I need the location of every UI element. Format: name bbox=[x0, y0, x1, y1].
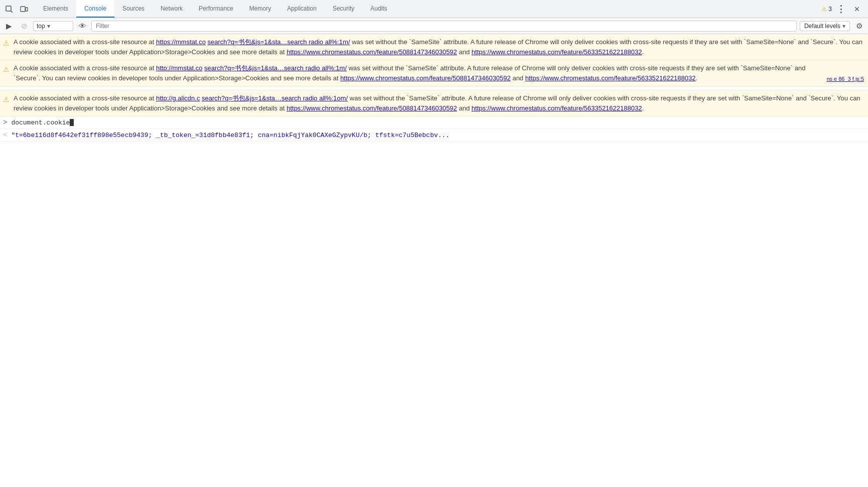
warning-icon: ⚠ bbox=[821, 6, 827, 13]
link-chromestatus-2b[interactable]: https://www.chromestatus.com/feature/563… bbox=[525, 74, 696, 82]
svg-rect-2 bbox=[21, 7, 25, 12]
link-chromestatus-1b[interactable]: https://www.chromestatus.com/feature/563… bbox=[472, 48, 642, 56]
warning-message-2: ⚠ A cookie associated with a cross-site … bbox=[0, 60, 868, 86]
tab-audits[interactable]: Audits bbox=[362, 0, 395, 18]
close-devtools-button[interactable]: ✕ bbox=[850, 2, 864, 16]
console-input-text: document.cookie bbox=[11, 119, 70, 127]
tab-console[interactable]: Console bbox=[76, 0, 114, 18]
message-source-2: ns e 86_3 f.js:5 bbox=[826, 75, 864, 83]
svg-rect-0 bbox=[6, 6, 11, 11]
chevron-down-icon-level: ▾ bbox=[842, 23, 845, 30]
message-content-2: A cookie associated with a cross-site re… bbox=[14, 63, 822, 83]
console-settings-button[interactable]: ⚙ bbox=[853, 20, 865, 32]
output-prompt: < bbox=[3, 131, 7, 139]
link-chromestatus-1a[interactable]: https://www.chromestatus.com/feature/508… bbox=[286, 48, 457, 56]
warning-message-3: ⚠ A cookie associated with a cross-site … bbox=[0, 90, 868, 116]
message-gap bbox=[0, 86, 868, 90]
console-output-row: < "t=6be116d8f4642ef31ff898e55ecb9439; _… bbox=[0, 129, 868, 142]
console-output: ⚠ A cookie associated with a cross-site … bbox=[0, 34, 868, 487]
context-value: top bbox=[37, 23, 45, 30]
run-script-button[interactable]: ▶ bbox=[3, 20, 15, 32]
console-input-row[interactable]: > document.cookie bbox=[0, 116, 868, 129]
warning-count: 3 bbox=[828, 6, 832, 13]
warning-icon-3: ⚠ bbox=[3, 94, 10, 105]
link-chromestatus-3a[interactable]: https://www.chromestatus.com/feature/508… bbox=[286, 104, 457, 112]
link-mmstat-http[interactable]: http://mmstat.co bbox=[156, 64, 202, 72]
level-value: Default levels bbox=[804, 23, 840, 30]
tab-list: Elements Console Sources Network Perform… bbox=[35, 0, 821, 18]
devtools-panel: Elements Console Sources Network Perform… bbox=[0, 0, 868, 487]
message-content-1: A cookie associated with a cross-site re… bbox=[14, 37, 864, 57]
link-mmstat-https[interactable]: https://mmstat.co bbox=[156, 38, 206, 46]
chevron-down-icon: ▾ bbox=[47, 23, 50, 30]
link-mmstat-search-1[interactable]: search?q=书包&js=1&sta…search radio all%:1… bbox=[208, 38, 350, 46]
tab-bar-right: ⚠ 3 ⋮ ✕ bbox=[821, 0, 868, 18]
input-prompt: > bbox=[3, 118, 7, 127]
filter-input[interactable] bbox=[91, 21, 797, 32]
warning-message-1: ⚠ A cookie associated with a cross-site … bbox=[0, 34, 868, 60]
more-options-button[interactable]: ⋮ bbox=[834, 2, 848, 16]
link-mmstat-search-2[interactable]: search?q=书包&js=1&sta…search radio all%:1… bbox=[204, 64, 347, 72]
warning-icon-2: ⚠ bbox=[3, 64, 10, 75]
warning-icon-1: ⚠ bbox=[3, 38, 10, 49]
tab-bar: Elements Console Sources Network Perform… bbox=[0, 0, 868, 18]
tab-security[interactable]: Security bbox=[325, 0, 362, 18]
message-content-3: A cookie associated with a cross-site re… bbox=[14, 93, 864, 113]
svg-rect-3 bbox=[26, 8, 28, 11]
tab-application[interactable]: Application bbox=[279, 0, 325, 18]
warning-badge: ⚠ 3 bbox=[821, 6, 832, 13]
console-output-text: "t=6be116d8f4642ef31ff898e55ecb9439; _tb… bbox=[11, 132, 450, 139]
link-chromestatus-2a[interactable]: https://www.chromestatus.com/feature/508… bbox=[340, 74, 511, 82]
device-toggle-button[interactable] bbox=[17, 2, 31, 16]
console-toolbar: ▶ ⊘ top ▾ 👁 Default levels ▾ ⚙ bbox=[0, 18, 868, 34]
level-selector[interactable]: Default levels ▾ bbox=[800, 21, 850, 31]
tab-memory[interactable]: Memory bbox=[241, 0, 279, 18]
link-alicdn-search[interactable]: search?q=书包&js=1&sta…search radio all%:1… bbox=[202, 94, 348, 102]
link-chromestatus-3b[interactable]: https://www.chromestatus.com/feature/563… bbox=[472, 104, 642, 112]
eye-button[interactable]: 👁 bbox=[76, 20, 88, 32]
clear-errors-button[interactable]: ⊘ bbox=[18, 20, 30, 32]
tab-network[interactable]: Network bbox=[153, 0, 191, 18]
tab-performance[interactable]: Performance bbox=[191, 0, 241, 18]
inspect-element-button[interactable] bbox=[2, 2, 16, 16]
tab-elements[interactable]: Elements bbox=[35, 0, 76, 18]
link-alicdn[interactable]: http://g.alicdn.c bbox=[156, 94, 200, 102]
cursor-blink bbox=[70, 119, 74, 126]
tab-bar-left-icons bbox=[2, 0, 35, 18]
svg-line-1 bbox=[11, 11, 13, 13]
context-selector[interactable]: top ▾ bbox=[33, 21, 73, 31]
tab-sources[interactable]: Sources bbox=[114, 0, 153, 18]
